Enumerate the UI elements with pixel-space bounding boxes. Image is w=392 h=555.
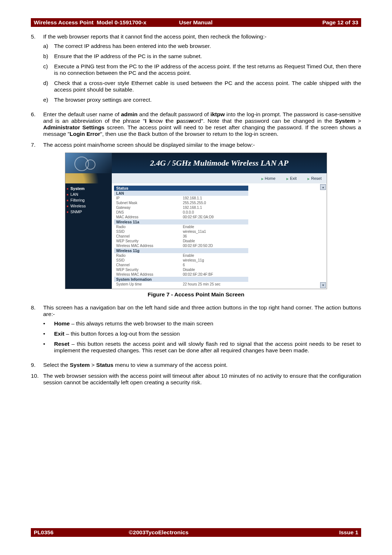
sub-text: The correct IP address has been entered … [54,43,211,49]
bullet-list: •Home – this always returns the web brow… [43,320,361,354]
status-table: Status LAN IP192.168.1.1 Subnet Mask255.… [114,186,248,287]
step-text: The access point main/home screen should… [43,142,255,148]
w11g-channel-label: Channel [114,263,181,267]
scrollbar-down-icon[interactable]: ▾ [320,282,326,288]
w11a-wep-value: Disable [181,239,248,243]
home-button[interactable]: Home [261,176,275,181]
instruction-list-cont: 8. This screen has a navigation bar on t… [31,304,361,386]
sub-marker: c) [43,63,54,76]
lan-mac-label: MAC Address [114,215,181,219]
section-11a: Wireless 11a [114,219,248,224]
scrollbar-up-icon[interactable]: ▴ [320,184,326,190]
sidebar-item-filtering[interactable]: Filtering [65,197,112,203]
figure-caption: Figure 7 - Access Point Main Screen [31,291,361,298]
lan-mac-value: 00:02:6F:2E:0A:D9 [181,215,248,219]
lan-dns-value: 0.0.0.0 [181,210,248,215]
exit-button[interactable]: Exit [286,176,297,181]
figure-7: 2.4G / 5GHz Multimode Wireless LAN AP Ho… [31,153,361,298]
section-lan: LAN [114,191,248,196]
lan-ip-label: IP [114,196,181,200]
step-number: 8. [31,304,43,357]
sidebar-item-snmp[interactable]: SNMP [65,209,112,215]
status-heading: Status [114,186,248,191]
lan-gateway-value: 192.168.1.1 [181,205,248,210]
lan-dns-label: DNS [114,210,181,215]
step-8: 8. This screen has a navigation bar on t… [31,304,361,357]
step-text: Select the System > Status menu to view … [43,362,361,368]
sub-marker: b) [43,53,54,60]
sub-text: The browser proxy settings are correct. [54,97,152,103]
page-footer-bar: PL0356 ©2003TycoElectronics Issue 1 [31,528,361,537]
step-7: 7. The access point main/home screen sho… [31,142,361,148]
ap-swoosh-decor [65,173,112,183]
w11a-radio-label: Radio [114,224,181,229]
sub-marker: e) [43,97,54,103]
ap-content: ▴ ▾ Status LAN IP192.168.1.1 Subnet Mask… [112,183,327,289]
w11g-wep-label: WEP Security [114,267,181,272]
step-10: 10. The web browser session with the acc… [31,373,361,386]
ap-title: 2.4G / 5GHz Multimode Wireless LAN AP [112,158,327,168]
step-9: 9. Select the System > Status menu to vi… [31,362,361,368]
section-11g: Wireless 11g [114,248,248,253]
w11g-ssid-label: SSID [114,258,181,263]
footer-right: Issue 1 [339,529,358,536]
w11g-wep-value: Disable [181,267,248,272]
reset-button[interactable]: Reset [307,176,322,181]
w11g-radio-label: Radio [114,253,181,258]
w11a-wmac-label: Wireless MAC Address [114,243,181,248]
sidebar-item-wireless[interactable]: Wireless [65,203,112,209]
header-mid: User Manual [179,19,212,26]
bullet-icon: • [43,341,54,354]
step-number: 5. [31,33,43,107]
step-text: Enter the default user name of admin and… [43,111,361,137]
lan-subnet-label: Subnet Mask [114,200,181,205]
step-text: If the web browser reports that it canno… [43,33,266,40]
w11g-wmac-value: 00:02:6F:20:4F:BF [181,272,248,277]
bullet-text: Exit – this button forces a log-out from… [54,331,180,337]
header-right: Page 12 of 33 [322,19,358,26]
header-left: Wireless Access Point Model 0-1591700-x [34,19,146,26]
w11a-wmac-value: 00:02:6F:20:50:2D [181,243,248,248]
w11g-channel-value: 6 [181,263,248,267]
document-page: Wireless Access Point Model 0-1591700-x … [0,0,392,555]
step-5: 5. If the web browser reports that it ca… [31,33,361,107]
w11a-channel-label: Channel [114,234,181,239]
step-text: This screen has a navigation bar on the … [43,304,361,317]
step-number: 6. [31,111,43,137]
section-sysinfo: System Information [114,277,248,282]
instruction-list: 5. If the web browser reports that it ca… [31,33,361,148]
w11g-wmac-label: Wireless MAC Address [114,272,181,277]
sub-list: a)The correct IP address has been entere… [43,43,361,103]
ap-action-bar: Home Exit Reset [65,173,327,183]
step-text: The web browser session with the access … [43,373,361,385]
bullet-text: Reset – this button resets the access po… [54,341,361,354]
sidebar-item-lan[interactable]: LAN [65,191,112,197]
w11a-ssid-value: wireless_11a1 [181,229,248,234]
ap-main-screen: 2.4G / 5GHz Multimode Wireless LAN AP Ho… [65,153,327,289]
w11a-ssid-label: SSID [114,229,181,234]
sub-text: Check that a cross-over style Ethernet c… [54,80,361,93]
w11a-radio-value: Enable [181,224,248,229]
step-number: 7. [31,142,43,148]
bullet-icon: • [43,331,54,337]
w11g-ssid-value: wireless_11g [181,258,248,263]
step-number: 10. [31,373,43,386]
ap-sidebar: System LAN Filtering Wireless SNMP [65,183,112,289]
sub-text: Ensure that the IP address of the PC is … [54,53,202,60]
sys-uptime-label: System Up time [114,282,181,287]
w11g-radio-value: Enable [181,253,248,258]
sidebar-item-system[interactable]: System [65,186,112,191]
w11a-channel-value: 36 [181,234,248,239]
footer-mid: ©2003TycoElectronics [129,529,189,536]
w11a-wep-label: WEP Security [114,239,181,243]
ap-logo [65,153,112,173]
sub-marker: d) [43,80,54,93]
lan-subnet-value: 255.255.255.0 [181,200,248,205]
sub-marker: a) [43,43,54,49]
sys-uptime-value: 22 hours 25 min 25 sec [181,282,248,287]
footer-left: PL0356 [34,529,53,536]
page-header-bar: Wireless Access Point Model 0-1591700-x … [31,18,361,27]
ap-top-banner: 2.4G / 5GHz Multimode Wireless LAN AP [65,153,327,173]
bullet-icon: • [43,320,54,327]
step-6: 6. Enter the default user name of admin … [31,111,361,137]
